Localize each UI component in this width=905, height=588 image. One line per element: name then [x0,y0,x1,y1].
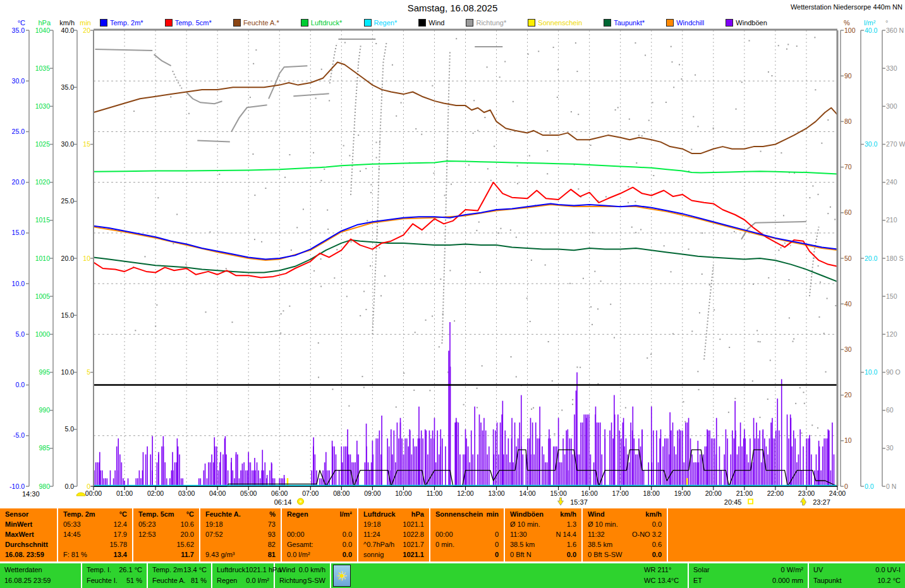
cell-value: 15.78 [109,539,127,549]
weather-app-window: { "header": {"title": "Samstag, 16.08.20… [0,0,905,588]
wind-direction-dot [652,102,653,103]
series-taupunkt [94,240,837,282]
status-block-1: Temp. 2m13.4 °CFeuchte A.81 % [148,563,212,588]
table-cell-row: 19:1873 [200,519,281,529]
wind-direction-dot [513,101,514,102]
table-column-header: Regenl/m² [282,509,357,519]
wind-direction-dot [835,305,836,306]
wind-direction-dot [760,151,762,152]
wind-direction-dot [644,132,645,133]
axis-label: 60 [886,406,894,414]
axis-label: 0 [87,483,90,490]
wind-direction-dot [321,69,322,70]
x-axis-label: 06:00 [271,489,288,497]
status-row: RichtungS-SW [275,575,330,586]
status-block-3: Wind0.0 km/hRichtungS-SW [275,563,331,588]
status-label: Feuchte I. [87,575,118,586]
status-row: Feuchte I.51 % [82,575,147,586]
wind-direction-dot [691,149,692,150]
status-row: Temp. 2m13.4 °C [148,565,211,575]
status-row: Luftdruck1021.1 hPa [212,565,274,575]
status-right-block-2: UV0.0 UV-ITaupunkt10.2 °C [809,563,905,588]
axis-label: 30.0 [12,77,25,85]
axis-label: 980 [39,483,50,490]
status-value: S-SW [307,575,325,586]
wind-direction-dot [434,172,435,174]
wind-direction-dot [767,399,768,400]
wind-direction-dot [702,273,703,275]
cell-time: 38.5 km [588,539,612,549]
wind-direction-line [95,49,153,51]
wind-direction-dot [628,202,629,203]
sun-icon-core [300,500,302,503]
axis-label: 1020 [35,178,51,186]
table-cell-row: 00:000.0 [282,529,357,539]
cell-value: 1.3 [567,519,576,529]
wind-direction-dot [647,357,648,359]
wind-direction-dot [375,141,377,143]
wind-direction-dot [487,168,489,169]
wind-direction-dot [315,98,317,99]
cell-time: Ø 10 min. [588,519,618,529]
axis-label: 300 [886,102,897,110]
wind-direction-dot [133,111,135,112]
cell-time: 00:00 [287,529,305,539]
status-label: Richtung [279,575,307,586]
cell-value: 10.6 [181,519,194,529]
wind-direction-dot [809,197,810,198]
wind-direction-dot [135,330,136,331]
cell-value: 0.6 [652,539,662,549]
wind-direction-dot [625,407,626,409]
wind-direction-dot [554,433,556,435]
wind-direction-dot [456,38,457,39]
wind-direction-dot [547,150,548,152]
wind-direction-dot [683,401,684,402]
x-axis-label: 13:00 [488,489,504,497]
status-label: Luftdruck [217,565,245,575]
cell-time: F: 81 % [63,549,87,560]
sun-glyph: ☀ [336,570,348,582]
wind-direction-line [231,105,267,131]
wind-direction-dot [351,241,352,243]
axis-label: 20.0 [12,178,25,186]
status-row: Taupunkt10.2 °C [809,575,905,586]
wind-direction-dot [640,229,641,231]
wind-direction-dot [665,102,667,103]
x-axis-label: 14:00 [519,489,535,497]
axis-label: 1030 [35,102,51,110]
table-cell-row: 82 [200,539,281,549]
wind-direction-dot [528,54,529,55]
cell-value: 1021.7 [403,539,424,549]
table-cell-row: 11:30N 14.4 [505,529,581,539]
cell-value: 15.62 [176,539,194,549]
status-value: 0.0 UV-I [875,565,901,575]
table-cell-row: 19:181021.1 [358,519,429,529]
wind-direction-dot [827,119,829,121]
wind-direction-dot [205,311,207,313]
wind-direction-dot [799,387,801,388]
status-label: WC 13.4°C [644,575,679,586]
axis-label: 40 [844,300,852,308]
table-cell-row: ^0.7hPa/h1021.7 [358,539,429,549]
status-value: 13.4 °C [183,565,207,575]
wind-direction-dot [770,360,771,361]
x-axis-label: 20:00 [705,489,722,497]
wind-direction-dot [157,197,159,198]
cell-value: 0.0 [652,549,662,560]
wind-direction-dot [477,130,478,131]
sensor-table: SensorMinWertMaxWertDurchschnitt16.08. 2… [0,508,905,561]
cell-time: 05:33 [63,519,81,529]
table-cell-row: 0 min.0 [430,539,504,549]
axis-label: -10.0 [9,483,25,490]
wind-direction-dot [476,230,477,231]
cell-value: 11.7 [181,549,194,560]
wind-direction-dot [376,157,377,159]
status-row: Solar0 W/m² [689,565,808,575]
wind-direction-dot [576,71,578,72]
wind-direction-dot [529,155,530,157]
axis-label: 90 [844,72,852,80]
wind-direction-dot [571,111,572,112]
wind-direction-dot [349,155,350,156]
wind-direction-dot [734,231,735,232]
wind-direction-dot [261,241,262,243]
